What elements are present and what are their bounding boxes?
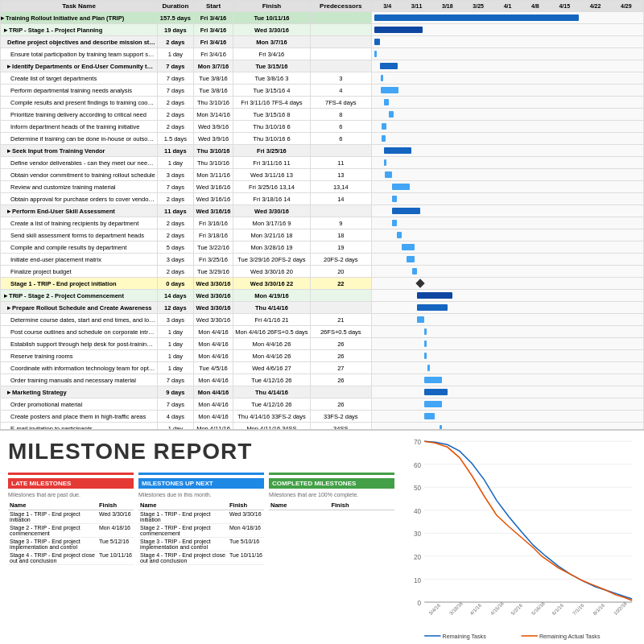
- task-duration: 2 days: [158, 229, 194, 242]
- gantt-bar-cell: [372, 157, 644, 169]
- task-start: Wed 3/30/16: [193, 302, 233, 314]
- task-finish: Mon 4/4/16 26FS+0.5 days: [233, 326, 310, 338]
- table-row: Establish support through help desk for …: [1, 338, 644, 350]
- svg-text:20: 20: [414, 554, 422, 561]
- task-name: Establish support through help desk for …: [1, 338, 158, 350]
- task-name: ▸ Prepare Rollout Schedule and Create Aw…: [1, 302, 158, 314]
- task-duration: 2 days: [158, 97, 194, 109]
- table-row: ▸ Identify Departments or End-User Commu…: [1, 60, 644, 72]
- milestone-name: Stage 1 - TRIP - End project initiation: [8, 510, 97, 524]
- task-start: Mon 3/7/16: [193, 60, 233, 72]
- task-finish: Fri 3/18/16 14: [233, 193, 310, 205]
- task-pred: [310, 290, 371, 302]
- task-start: Mon 3/11/16: [193, 169, 233, 181]
- task-start: Wed 3/30/16: [193, 314, 233, 326]
- task-pred: 26: [310, 398, 371, 411]
- remaining-actual-line: [424, 441, 632, 601]
- task-pred: 34SS: [310, 423, 371, 431]
- task-name: Define vendor deliverables - can they me…: [1, 157, 158, 169]
- task-finish: Tue 3/15/16 4: [233, 85, 310, 97]
- gantt-bar-cell: [372, 338, 644, 350]
- task-finish: Mon 3/7/16: [233, 36, 310, 48]
- gantt-bar-cell: [372, 290, 644, 302]
- task-start: Mon 4/4/16: [193, 374, 233, 386]
- task-duration: 7 days: [158, 85, 194, 97]
- task-start: Wed 3/30/16: [193, 290, 233, 302]
- milestone-panels: LATE MILESTONES Milestones that are past…: [8, 473, 394, 634]
- col-task: Task Name: [1, 1, 158, 12]
- task-pred: [310, 24, 371, 36]
- table-row: Finalize project budget 2 days Tue 3/29/…: [1, 266, 644, 278]
- table-row: Stage 1 - TRIP - End project initiation …: [1, 278, 644, 290]
- task-name: Obtain approval for purchase orders to c…: [1, 193, 158, 205]
- task-pred: 13: [310, 169, 371, 181]
- table-row: Define vendor deliverables - can they me…: [1, 157, 644, 169]
- task-duration: 12 days: [158, 302, 194, 314]
- task-duration: 7 days: [158, 181, 194, 193]
- panel-next-header: MILESTONES UP NEXT: [138, 478, 264, 489]
- panel-next: MILESTONES UP NEXT Milestones due in thi…: [138, 473, 264, 634]
- task-duration: 1 day: [158, 326, 194, 338]
- task-pred: 26: [310, 374, 371, 386]
- task-name: Stage 1 - TRIP - End project initiation: [1, 278, 158, 290]
- task-finish: Wed 3/30/16 22: [233, 278, 310, 290]
- task-name: ▸ Training Rollout Initiative and Plan (…: [1, 12, 158, 24]
- task-finish: Tue 3/15/16 8: [233, 109, 310, 121]
- task-start: Mon 3/14/16: [193, 109, 233, 121]
- panel-late: LATE MILESTONES Milestones that are past…: [8, 473, 134, 634]
- task-name: Initiate end-user placement matrix: [1, 254, 158, 266]
- panel-late-table: Name Finish Stage 1 - TRIP - End project…: [8, 501, 134, 565]
- task-start: Tue 4/5/16: [193, 362, 233, 374]
- task-pred: 4: [310, 85, 371, 97]
- remaining-tasks-line: [424, 441, 632, 599]
- table-row: Determine if training can be done in-hou…: [1, 133, 644, 145]
- gantt-bar-cell: [372, 217, 644, 229]
- milestone-title: MILESTONE REPORT: [8, 439, 394, 464]
- table-row: Create a list of training recipients by …: [1, 217, 644, 229]
- gantt-bar-cell: [372, 278, 644, 290]
- next-col-name: Name: [138, 501, 228, 510]
- col-start: Start: [193, 1, 233, 12]
- task-start: Thu 3/10/16: [193, 157, 233, 169]
- task-name: Create posters and place them in high-tr…: [1, 411, 158, 423]
- table-row: Create list of target departments 7 days…: [1, 72, 644, 85]
- table-row: Determine course dates, start and end ti…: [1, 314, 644, 326]
- task-duration: 5 days: [158, 242, 194, 254]
- gantt-bar-cell: [372, 145, 644, 157]
- table-row: Create posters and place them in high-tr…: [1, 411, 644, 423]
- milestone-item: Stage 3 - TRIP - End project implementat…: [138, 538, 264, 551]
- task-name: Create a list of training recipients by …: [1, 217, 158, 229]
- task-name: ▸ Marketing Strategy: [1, 386, 158, 398]
- task-pred: 6: [310, 133, 371, 145]
- task-duration: 14 days: [158, 290, 194, 302]
- task-start: Wed 3/30/16: [193, 278, 233, 290]
- task-pred: 3: [310, 72, 371, 85]
- task-start: Mon 4/4/16: [193, 326, 233, 338]
- task-pred: [310, 205, 371, 217]
- task-name: ▸ TRIP - Stage 2 - Project Commencement: [1, 290, 158, 302]
- task-start: Wed 3/9/16: [193, 121, 233, 133]
- gantt-bar-cell: [372, 266, 644, 278]
- table-row: E-mail invitation to participants 1 day …: [1, 423, 644, 431]
- table-row: Compile results and present findings to …: [1, 97, 644, 109]
- gantt-bar-cell: [372, 60, 644, 72]
- task-start: Mon 4/4/16: [193, 338, 233, 350]
- task-pred: 6: [310, 121, 371, 133]
- task-name: Determine if training can be done in-hou…: [1, 133, 158, 145]
- task-finish: Thu 4/14/16: [233, 302, 310, 314]
- task-finish: Thu 4/14/16 33FS-2 days: [233, 411, 310, 423]
- task-duration: 4 days: [158, 411, 194, 423]
- gantt-bar-cell: [372, 97, 644, 109]
- task-start: Wed 3/9/16: [193, 133, 233, 145]
- task-start: Mon 4/11/16: [193, 423, 233, 431]
- gantt-bar-cell: [372, 121, 644, 133]
- task-duration: 2 days: [158, 36, 194, 48]
- task-name: Order training manuals and necessary mat…: [1, 374, 158, 386]
- chart-area: 70 60 50 40 30 20 10 0: [402, 431, 644, 644]
- task-name: Compile and compile results by departmen…: [1, 242, 158, 254]
- task-pred: 27: [310, 362, 371, 374]
- gantt-bar-cell: [372, 423, 644, 431]
- task-duration: 7 days: [158, 398, 194, 411]
- gantt-bar-cell: [372, 398, 644, 411]
- task-name: Determine course dates, start and end ti…: [1, 314, 158, 326]
